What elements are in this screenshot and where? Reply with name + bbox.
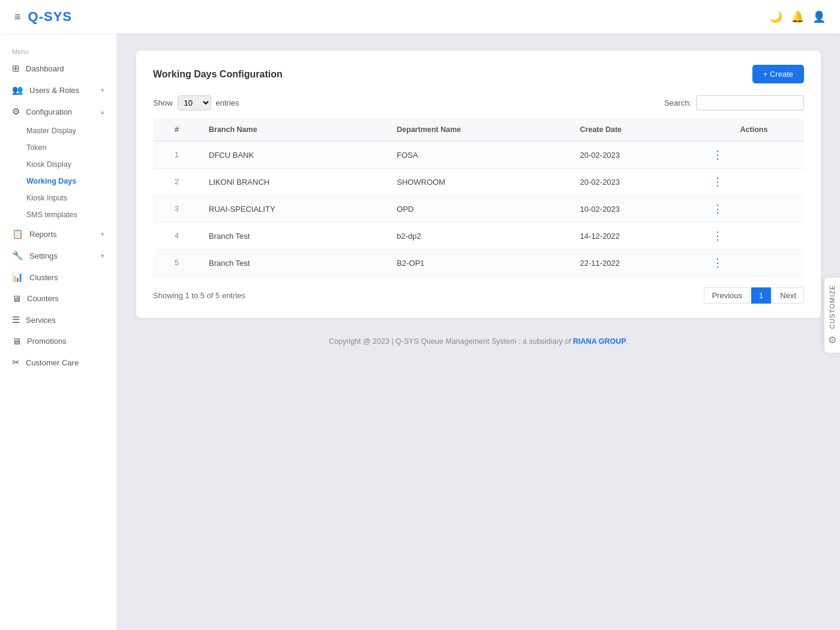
customize-gear-icon: ⚙: [828, 334, 836, 345]
customize-tab[interactable]: CUSTOMIZE ⚙: [824, 277, 840, 353]
col-department: Department Name: [388, 119, 571, 141]
sidebar-item-label: Customer Care: [26, 358, 79, 367]
dark-mode-icon[interactable]: 🌙: [769, 10, 782, 23]
cell-department: B2-OP1: [388, 250, 571, 277]
col-num: #: [153, 119, 200, 141]
cell-actions: ⋮: [704, 223, 804, 250]
show-entries-control: Show 10 25 50 100 entries: [153, 95, 239, 110]
cell-actions: ⋮: [704, 141, 804, 169]
pagination-area: Showing 1 to 5 of 5 entries Previous 1 N…: [153, 287, 804, 304]
sidebar-item-label: Clusters: [29, 273, 58, 282]
search-box: Search:: [664, 95, 804, 110]
cell-branch: DFCU BANK: [200, 141, 388, 169]
row-actions-button[interactable]: ⋮: [712, 229, 723, 242]
hamburger-icon[interactable]: ≡: [14, 11, 21, 23]
sidebar-item-label: Promotions: [27, 337, 67, 346]
entries-select[interactable]: 10 25 50 100: [178, 95, 211, 110]
cell-create-date: 20-02-2023: [572, 169, 704, 196]
create-button[interactable]: + Create: [752, 65, 804, 83]
cell-actions: ⋮: [704, 196, 804, 223]
current-page[interactable]: 1: [751, 287, 771, 304]
sidebar-item-configuration[interactable]: ⚙ Configuration ▴: [0, 101, 116, 122]
sidebar-item-label: Settings: [29, 251, 58, 260]
promotions-icon: 🖥: [12, 336, 21, 346]
sidebar-item-promotions[interactable]: 🖥 Promotions: [0, 331, 116, 352]
sidebar-sub-item-sms-templates[interactable]: SMS templates: [26, 206, 116, 223]
footer: Copyright @ 2023 | Q-SYS Queue Managemen…: [136, 318, 821, 355]
sidebar-sub-item-master-display[interactable]: Master Display: [26, 122, 116, 139]
cell-num: 5: [153, 250, 200, 277]
showing-text: Showing 1 to 5 of 5 entries: [153, 291, 245, 300]
content-header: Working Days Configuration + Create: [153, 65, 804, 83]
next-button[interactable]: Next: [772, 287, 804, 304]
sidebar-item-label: Reports: [29, 230, 57, 239]
footer-text-after: .: [626, 337, 628, 346]
sidebar-item-label: Services: [26, 316, 56, 325]
sidebar-item-label: Configuration: [26, 107, 72, 116]
sidebar-item-services[interactable]: ☰ Services: [0, 309, 116, 331]
pagination-buttons: Previous 1 Next: [704, 287, 804, 304]
configuration-icon: ⚙: [12, 106, 20, 117]
cell-actions: ⋮: [704, 250, 804, 277]
sidebar-sub-item-token[interactable]: Token: [26, 139, 116, 156]
footer-text-before: Copyright @ 2023 | Q-SYS Queue Managemen…: [329, 337, 573, 346]
sidebar-item-customer-care[interactable]: ✂ Customer Care: [0, 352, 116, 373]
sidebar-item-users-roles[interactable]: 👥 Users & Roles ▾: [0, 79, 116, 101]
cell-department: b2-dp2: [388, 223, 571, 250]
table-row: 1 DFCU BANK FOSA 20-02-2023 ⋮: [153, 141, 804, 169]
layout: Menu ⊞ Dashboard 👥 Users & Roles ▾ ⚙ Con…: [0, 34, 840, 630]
cell-department: FOSA: [388, 141, 571, 169]
row-actions-button[interactable]: ⋮: [712, 175, 723, 188]
sidebar-sub-item-working-days[interactable]: Working Days: [26, 173, 116, 190]
sidebar-item-label: Dashboard: [26, 64, 64, 73]
app-logo: Q-SYS: [28, 9, 72, 25]
table-header-row: # Branch Name Department Name Create Dat…: [153, 119, 804, 141]
sidebar-item-reports[interactable]: 📋 Reports ▾: [0, 223, 116, 245]
topbar-right: 🌙 🔔 👤: [769, 10, 826, 23]
prev-button[interactable]: Previous: [704, 287, 750, 304]
row-actions-button[interactable]: ⋮: [712, 256, 723, 269]
cell-num: 1: [153, 141, 200, 169]
main-content: Working Days Configuration + Create Show…: [117, 34, 840, 630]
sidebar-item-counters[interactable]: 🖥 Counters: [0, 288, 116, 309]
sidebar-sub-item-kiosk-display[interactable]: Kiosk Display: [26, 156, 116, 173]
configuration-submenu: Master Display Token Kiosk Display Worki…: [0, 122, 116, 223]
sidebar-sub-item-kiosk-inputs[interactable]: Kiosk Inputs: [26, 190, 116, 206]
sidebar-item-label: Counters: [27, 294, 59, 303]
row-actions-button[interactable]: ⋮: [712, 148, 723, 161]
sidebar-item-label: Users & Roles: [29, 86, 79, 95]
user-profile-icon[interactable]: 👤: [812, 10, 826, 23]
row-actions-button[interactable]: ⋮: [712, 202, 723, 215]
customer-care-icon: ✂: [12, 357, 20, 368]
settings-icon: 🔧: [12, 250, 23, 261]
cell-branch: Branch Test: [200, 223, 388, 250]
table-row: 3 RUAI-SPECIALITY OPD 10-02-2023 ⋮: [153, 196, 804, 223]
cell-num: 2: [153, 169, 200, 196]
notifications-icon[interactable]: 🔔: [791, 10, 804, 23]
topbar: ≡ Q-SYS 🌙 🔔 👤: [0, 0, 840, 34]
sidebar-item-dashboard[interactable]: ⊞ Dashboard: [0, 58, 116, 79]
cell-department: OPD: [388, 196, 571, 223]
cell-create-date: 14-12-2022: [572, 223, 704, 250]
cell-num: 4: [153, 223, 200, 250]
sidebar-item-settings[interactable]: 🔧 Settings ▾: [0, 245, 116, 266]
clusters-icon: 📊: [12, 272, 23, 283]
users-roles-icon: 👥: [12, 85, 23, 95]
col-actions: Actions: [704, 119, 804, 141]
page-title: Working Days Configuration: [153, 69, 283, 80]
dashboard-icon: ⊞: [12, 63, 20, 74]
cell-num: 3: [153, 196, 200, 223]
cell-create-date: 20-02-2023: [572, 141, 704, 169]
cell-branch: LIKONI BRANCH: [200, 169, 388, 196]
chevron-down-icon: ▾: [101, 86, 104, 94]
topbar-left: ≡ Q-SYS: [14, 9, 72, 25]
cell-department: SHOWROOM: [388, 169, 571, 196]
table-row: 2 LIKONI BRANCH SHOWROOM 20-02-2023 ⋮: [153, 169, 804, 196]
chevron-up-icon: ▴: [101, 108, 104, 116]
search-input[interactable]: [696, 95, 804, 110]
footer-link[interactable]: RIANA GROUP: [573, 337, 626, 346]
cell-branch: Branch Test: [200, 250, 388, 277]
sidebar-item-clusters[interactable]: 📊 Clusters: [0, 266, 116, 288]
cell-create-date: 10-02-2023: [572, 196, 704, 223]
col-create-date: Create Date: [572, 119, 704, 141]
